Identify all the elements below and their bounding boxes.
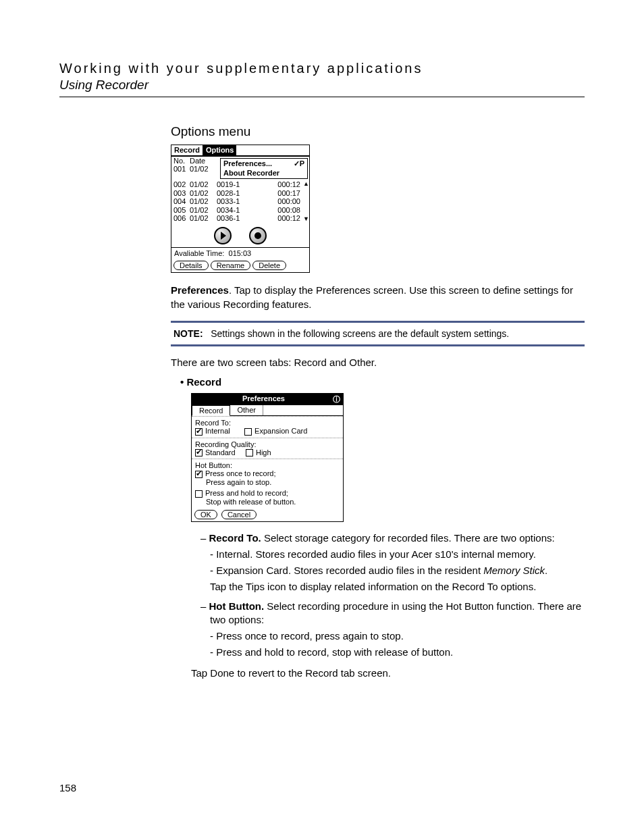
note-strip: NOTE: Settings shown in the following sc… [171, 321, 585, 346]
preferences-screenshot: Preferences ⓘ Record Other Record To: In… [191, 393, 344, 521]
hot-button-label: Hot Button: [195, 461, 340, 469]
available-time: Avaliable Time: 015:03 [171, 247, 309, 259]
preferences-paragraph: Preferences. Tap to display the Preferen… [171, 284, 585, 311]
expansion-label: Expansion Card [254, 427, 307, 435]
header-subtitle: Using Recorder [59, 78, 585, 93]
delete-button[interactable]: Delete [252, 261, 286, 271]
internal-label: Internal [205, 427, 230, 435]
hot-opt1a: Press once to record; [205, 469, 276, 477]
high-label: High [256, 448, 271, 457]
file-row[interactable]: 00301/020028-1000:17 [171, 189, 302, 198]
internal-desc: - Internal. Stores recorded audio files … [210, 548, 585, 561]
info-icon[interactable]: ⓘ [333, 394, 340, 405]
preferences-lead: Preferences [171, 284, 229, 296]
play-button[interactable] [214, 227, 232, 244]
tab-options[interactable]: Options [203, 145, 237, 155]
scrollbar[interactable]: ▲ ▼ [302, 180, 309, 223]
row-no: 001 [173, 165, 190, 174]
pref-tab-record[interactable]: Record [192, 405, 230, 416]
titlebar: Record Options [171, 145, 309, 157]
record-to-body: Select storage category for recorded fil… [261, 532, 555, 544]
standard-checkbox[interactable] [195, 449, 203, 457]
quality-label: Recording Quality: [195, 440, 340, 448]
col-date: Date [190, 157, 217, 165]
options-dropdown: Preferences... ✓P About Recorder [220, 158, 308, 179]
record-to-head: Record To. [209, 532, 261, 544]
header-rule [59, 97, 585, 97]
menu-preferences[interactable]: Preferences... ✓P [221, 159, 307, 169]
file-row[interactable]: 00401/020033-1000:00 [171, 197, 302, 206]
rename-button[interactable]: Rename [211, 261, 251, 271]
hot-opt1b: Press again to stop. [195, 478, 340, 486]
details-button[interactable]: Details [173, 261, 209, 271]
header-title: Working with your supplementary applicat… [59, 61, 585, 76]
tabs-sentence: There are two screen tabs: Record and Ot… [171, 356, 585, 369]
section-heading: Options menu [171, 124, 585, 139]
col-no: No. [173, 157, 190, 165]
pref-tab-other[interactable]: Other [230, 405, 263, 415]
hot-opt2a: Press and hold to record; [205, 489, 288, 497]
record-to-item: Record To. Select storage category for r… [200, 531, 585, 545]
hot-button-body: Select recording procedure in using the … [210, 600, 581, 625]
menu-preferences-label: Preferences... [223, 159, 272, 168]
record-to-label: Record To: [195, 419, 340, 427]
menu-about-label: About Recorder [223, 169, 279, 178]
standard-label: Standard [205, 448, 236, 457]
pref-title: Preferences [194, 394, 333, 405]
menu-about[interactable]: About Recorder [221, 168, 307, 178]
cancel-button[interactable]: Cancel [221, 510, 257, 519]
high-checkbox[interactable] [246, 449, 253, 457]
menu-preferences-shortcut: ✓P [294, 159, 304, 168]
file-row[interactable]: 00501/020034-1000:08 [171, 206, 302, 215]
hot-opt2b: Stop with release of button. [195, 498, 340, 506]
file-row[interactable]: 00601/020036-1000:12 [171, 214, 302, 223]
page-header: Working with your supplementary applicat… [59, 61, 585, 97]
options-menu-screenshot: Record Options No. Date 001 01/02 Pr [171, 145, 310, 273]
record-bullet: Record [180, 376, 585, 388]
hot-opt2-desc: - Press and hold to record, stop with re… [210, 646, 585, 659]
ok-button[interactable]: OK [194, 510, 217, 519]
hot-button-head: Hot Button. [209, 600, 265, 612]
preferences-rest: . Tap to display the Preferences screen.… [171, 284, 573, 309]
expansion-checkbox[interactable] [244, 428, 252, 436]
hot-opt1-desc: - Press once to record, press again to s… [210, 629, 585, 643]
hot-opt2-checkbox[interactable] [195, 490, 203, 498]
play-icon [221, 232, 226, 240]
scroll-down-icon[interactable]: ▼ [303, 216, 308, 222]
record-button[interactable] [249, 227, 267, 244]
hot-button-item: Hot Button. Select recording procedure i… [200, 600, 585, 627]
note-body: Settings shown in the following screens … [211, 328, 509, 339]
available-time-value: 015:03 [229, 249, 252, 257]
scroll-up-icon[interactable]: ▲ [303, 181, 308, 187]
internal-checkbox[interactable] [195, 428, 203, 436]
available-time-label: Avaliable Time: [174, 249, 224, 257]
row-date: 01/02 [190, 165, 217, 174]
page-number: 158 [59, 782, 76, 793]
file-row[interactable]: 00201/020019-1000:12 [171, 180, 302, 189]
tips-desc: Tap the Tips icon to display related inf… [210, 580, 585, 594]
expansion-desc: - Expansion Card. Stores recorded audio … [210, 564, 585, 577]
hot-opt1-checkbox[interactable] [195, 471, 203, 478]
record-icon [254, 232, 261, 239]
done-line: Tap Done to revert to the Record tab scr… [191, 667, 585, 680]
tab-record[interactable]: Record [171, 145, 203, 155]
note-lead: NOTE: [173, 328, 203, 339]
